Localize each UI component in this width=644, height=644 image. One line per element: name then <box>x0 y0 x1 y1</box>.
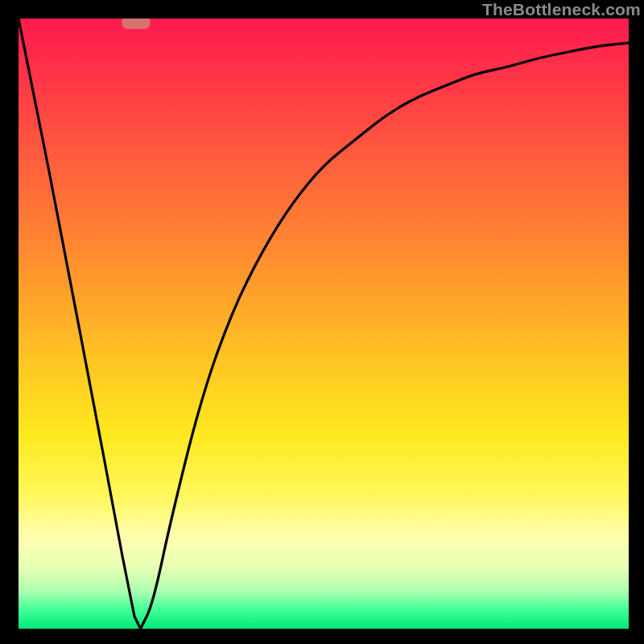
watermark-text: TheBottleneck.com <box>482 0 641 19</box>
optimum-marker <box>122 19 151 29</box>
bottleneck-curve <box>19 19 629 629</box>
plot-area <box>19 19 629 629</box>
chart-frame: TheBottleneck.com <box>0 0 644 644</box>
